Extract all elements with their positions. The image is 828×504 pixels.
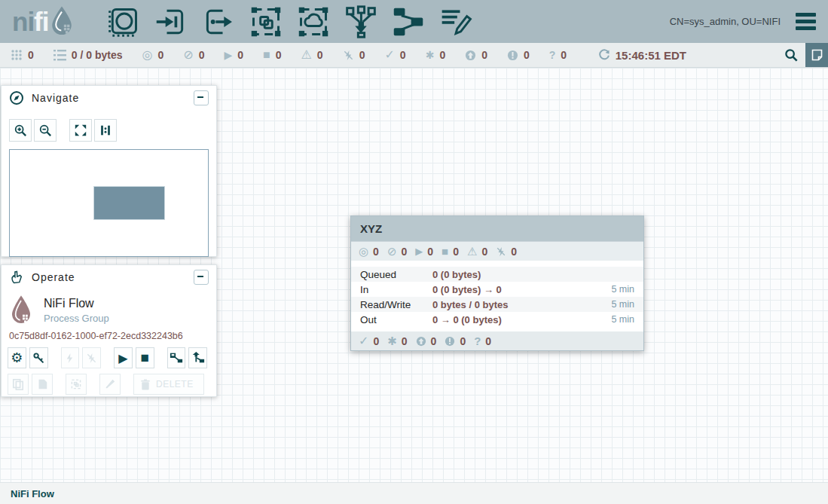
sync-failure-icon: ? — [549, 50, 556, 60]
birdseye-brush[interactable] — [93, 186, 165, 220]
disabled-icon — [343, 50, 354, 61]
running-stat: ▶ 0 — [224, 49, 243, 61]
up-to-date-stat: ✓ 0 — [384, 49, 405, 61]
stop-button[interactable]: ■ — [136, 347, 154, 368]
up-to-date-icon: ✓ — [384, 49, 394, 61]
bulletin-note-icon — [811, 49, 823, 61]
pg-not-transmitting-count: 0 — [401, 246, 407, 258]
stat-label: Read/Write — [360, 299, 432, 310]
stat-window: 5 min — [611, 314, 634, 325]
sync-failure-count: 0 — [561, 49, 567, 61]
process-group-component[interactable] — [249, 5, 283, 39]
funnel-component[interactable] — [344, 5, 378, 39]
component-toolbar — [106, 5, 473, 39]
locally-modified-icon: ✱ — [426, 50, 435, 60]
stop-icon: ■ — [140, 350, 148, 366]
label-component[interactable] — [438, 5, 473, 39]
operate-palette: Operate NiFi Flow Process Group 0c75d8df… — [1, 264, 217, 397]
zoom-out-button[interactable] — [34, 119, 57, 142]
stale-count: 0 — [481, 49, 487, 61]
pg-stopped-stat: ■ 0 — [441, 246, 459, 258]
nifi-logo: ni fi — [12, 5, 75, 38]
process-group-xyz[interactable]: XYZ ◎ 0 ⊘ 0 ▶ 0 ■ 0 — [350, 215, 644, 351]
not-transmitting-count: 0 — [199, 49, 205, 61]
stat-row-read-write: Read/Write 0 bytes / 0 bytes 5 min — [351, 297, 643, 312]
up-to-date-icon: ✓ — [359, 335, 368, 347]
selected-component-name: NiFi Flow — [44, 294, 109, 310]
status-bar-right: 15:46:51 EDT — [598, 43, 828, 67]
transmitting-count: 0 — [157, 49, 163, 61]
processor-component[interactable] — [106, 5, 141, 39]
operate-buttons-row-1: ⚙ — [2, 343, 216, 368]
stale-icon — [416, 336, 426, 347]
flow-canvas[interactable]: Navigate — [0, 68, 828, 482]
stopped-count: 0 — [276, 49, 282, 61]
transmitting-icon: ◎ — [142, 49, 153, 61]
template-component[interactable] — [391, 5, 426, 39]
pg-sync-failure-count: 0 — [485, 335, 491, 347]
stat-label: Queued — [360, 269, 432, 280]
active-threads-count: 0 — [28, 49, 34, 61]
stat-value: 0 bytes / 0 bytes — [432, 299, 508, 310]
group-button — [66, 374, 87, 395]
access-policies-button[interactable] — [29, 347, 48, 368]
input-port-component[interactable] — [154, 5, 188, 39]
pg-transmitting-count: 0 — [373, 246, 379, 258]
upload-template-button[interactable] — [188, 347, 207, 368]
save-template-button[interactable] — [167, 347, 186, 368]
pg-sync-failure-stat: ? 0 — [474, 335, 491, 347]
locally-modified-icon: ✱ — [387, 335, 397, 347]
nifi-drop-icon — [49, 5, 75, 38]
refresh-icon[interactable] — [598, 49, 610, 61]
disabled-stat: 0 — [343, 49, 365, 61]
search-button[interactable] — [777, 43, 805, 67]
breadcrumb-bar: NiFi Flow — [0, 482, 828, 504]
locally-modified-and-stale-icon — [507, 50, 518, 61]
search-icon — [784, 48, 799, 63]
sync-failure-icon: ? — [474, 335, 481, 347]
remote-process-group-component[interactable] — [296, 5, 331, 39]
menu-bar-icon — [796, 26, 816, 30]
locally-modified-and-stale-count: 0 — [524, 49, 530, 61]
zoom-in-button[interactable] — [9, 119, 32, 142]
zoom-fit-button[interactable] — [69, 119, 92, 142]
operate-collapse-button[interactable] — [194, 270, 209, 285]
pg-locally-modified-stat: ✱ 0 — [387, 335, 407, 347]
pg-up-to-date-stat: ✓ 0 — [359, 335, 379, 347]
output-port-component[interactable] — [201, 5, 236, 39]
start-button[interactable]: ▶ — [114, 347, 133, 368]
pg-disabled-count: 0 — [511, 246, 517, 258]
sync-failure-stat: ? 0 — [549, 49, 567, 61]
process-group-status-row: ◎ 0 ⊘ 0 ▶ 0 ■ 0 ⚠ 0 — [351, 242, 643, 261]
paste-button — [32, 374, 53, 395]
disable-button — [82, 347, 101, 368]
selected-component-type: Process Group — [44, 313, 109, 324]
total-queued-count: 0 / 0 bytes — [72, 49, 123, 61]
gear-icon: ⚙ — [11, 350, 23, 366]
active-threads-icon — [11, 49, 23, 61]
process-group-versioned-row: ✓ 0 ✱ 0 0 0 — [351, 331, 643, 350]
flow-status-stats: 0 0 / 0 bytes ◎ 0 ⊘ 0 ▶ 0 — [11, 43, 586, 67]
process-group-drop-icon — [9, 294, 33, 325]
bulletin-board-button[interactable] — [805, 43, 828, 67]
invalid-icon: ⚠ — [467, 246, 477, 257]
menu-bar-icon — [796, 13, 816, 17]
configure-button[interactable]: ⚙ — [8, 347, 26, 368]
breadcrumb-root[interactable]: NiFi Flow — [11, 488, 54, 499]
zoom-actual-size-button[interactable] — [94, 119, 117, 142]
transmitting-icon: ◎ — [359, 246, 368, 257]
menu-bar-icon — [796, 20, 816, 23]
birdseye-map[interactable] — [9, 149, 209, 257]
stat-window: 5 min — [611, 284, 634, 295]
locally-modified-and-stale-icon — [445, 336, 455, 347]
flow-status-bar: 0 0 / 0 bytes ◎ 0 ⊘ 0 ▶ 0 — [0, 43, 828, 68]
global-menu-button[interactable] — [796, 10, 816, 33]
operate-title: Operate — [32, 271, 75, 283]
navigate-palette: Navigate — [1, 85, 217, 257]
process-group-stats: Queued 0 (0 bytes) In 0 (0 bytes) → 0 5 … — [351, 261, 643, 327]
navigate-toolbar — [2, 110, 216, 146]
pg-not-transmitting-stat: ⊘ 0 — [387, 246, 407, 258]
color-button — [99, 374, 121, 395]
running-icon: ▶ — [224, 50, 232, 60]
navigate-collapse-button[interactable] — [194, 90, 209, 105]
